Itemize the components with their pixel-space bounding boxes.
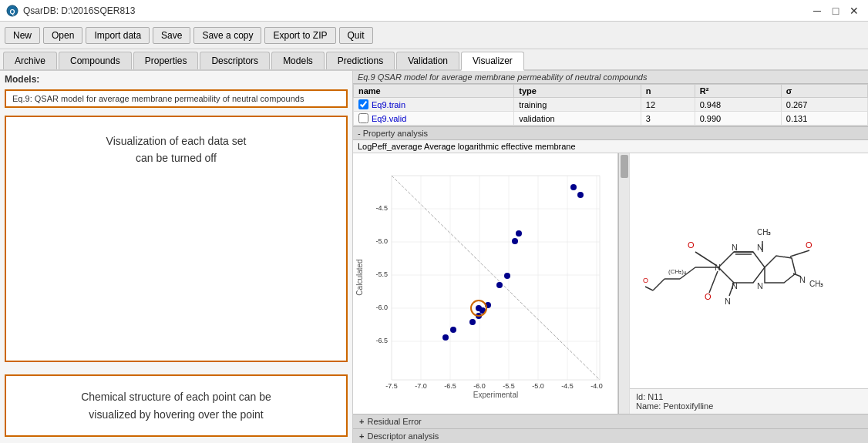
toolbar: New Open Import data Save Save a copy Ex…	[0, 22, 868, 49]
tooltip-visualization: Visualization of each data set can be tu…	[5, 116, 348, 362]
col-r2: R²	[695, 85, 781, 98]
svg-text:-6.0: -6.0	[375, 304, 388, 311]
row2-checkbox[interactable]	[358, 113, 368, 123]
minimize-button[interactable]: ─	[809, 3, 825, 18]
svg-text:-4.5: -4.5	[561, 382, 574, 390]
descriptor-analysis-label: Descriptor analysis	[367, 431, 439, 441]
save-button[interactable]: Save	[153, 27, 190, 44]
row1-name-link[interactable]: Eq9.train	[372, 100, 405, 109]
compound-name: Name: Pentoxifylline	[636, 401, 862, 411]
col-sigma: σ	[781, 85, 867, 98]
svg-text:O: O	[643, 277, 648, 284]
svg-point-35	[504, 273, 510, 279]
svg-text:CH₃: CH₃	[809, 280, 823, 288]
row1-name[interactable]: Eq9.train	[354, 98, 514, 112]
table-title: Eq.9 QSAR model for average membrane per…	[358, 72, 647, 82]
descriptor-analysis-section[interactable]: + Descriptor analysis	[353, 428, 868, 443]
row2-n: 3	[641, 112, 695, 126]
tab-bar: Archive Compounds Properties Descriptors…	[0, 49, 868, 71]
tab-validation[interactable]: Validation	[396, 52, 459, 69]
property-analysis-label: -	[358, 129, 363, 138]
row2-name[interactable]: Eq9.valid	[354, 112, 514, 126]
plus-icon: +	[359, 417, 364, 426]
title-bar: Q QsarDB: D:\2016SQER813 ─ □ ✕	[0, 0, 868, 22]
plus-icon2: +	[359, 431, 364, 441]
svg-text:-4.0: -4.0	[590, 382, 603, 390]
svg-text:Calculated: Calculated	[355, 259, 364, 295]
models-label: Models:	[0, 71, 352, 88]
tab-visualizer[interactable]: Visualizer	[461, 52, 524, 71]
svg-text:N: N	[732, 243, 738, 252]
svg-text:N: N	[757, 281, 763, 290]
svg-point-41	[476, 305, 482, 311]
svg-text:-4.5: -4.5	[375, 204, 388, 212]
chemical-structure-svg: N N N N N O O O	[641, 190, 857, 352]
svg-line-55	[695, 252, 717, 266]
residual-error-section[interactable]: + Residual Error	[353, 414, 868, 428]
maximize-button[interactable]: □	[828, 3, 843, 18]
svg-line-57	[790, 250, 809, 257]
title-text: QsarDB: D:\2016SQER813	[23, 5, 135, 16]
svg-text:O: O	[806, 240, 812, 250]
svg-point-36	[496, 282, 503, 288]
svg-point-33	[516, 230, 522, 237]
row1-type: training	[514, 98, 641, 112]
export-zip-button[interactable]: Export to ZIP	[264, 27, 335, 44]
svg-text:-6.5: -6.5	[375, 337, 388, 344]
left-panel: Models: Eq.9: QSAR model for average mem…	[0, 71, 353, 443]
tab-archive[interactable]: Archive	[3, 52, 57, 69]
svg-text:N: N	[725, 297, 731, 306]
scrollbar-thumb[interactable]	[621, 155, 628, 178]
residual-error-label: Residual Error	[367, 417, 421, 426]
svg-text:-7.0: -7.0	[415, 382, 427, 390]
svg-text:Q: Q	[9, 8, 15, 15]
tab-predictions[interactable]: Predictions	[326, 52, 395, 69]
svg-marker-45	[718, 252, 765, 283]
svg-text:Experimental: Experimental	[473, 391, 518, 399]
svg-text:-5.5: -5.5	[503, 382, 515, 390]
table-header-row: Eq.9 QSAR model for average membrane per…	[353, 71, 868, 84]
row1-checkbox[interactable]	[358, 99, 368, 109]
import-data-button[interactable]: Import data	[86, 27, 150, 44]
new-button[interactable]: New	[5, 27, 40, 44]
table-row: Eq9.valid validation 3 0.990 0.131	[354, 112, 868, 126]
tooltip-viz-line2: can be turned off	[136, 152, 217, 164]
tab-models[interactable]: Models	[271, 52, 325, 69]
svg-line-71	[645, 287, 653, 290]
tab-descriptors[interactable]: Descriptors	[200, 52, 270, 69]
compound-id: Id: N11	[636, 392, 862, 401]
svg-point-31	[570, 184, 577, 190]
svg-text:CH₃: CH₃	[757, 228, 771, 237]
svg-point-32	[577, 192, 584, 198]
compound-info: Id: N11 Name: Pentoxifylline	[630, 388, 868, 414]
close-button[interactable]: ✕	[846, 3, 862, 18]
property-description: LogPeff_average Average logarithmic effe…	[353, 140, 868, 153]
qsar-icon: Q	[6, 5, 19, 17]
scatter-chart: Calculated -4.5 -5.0 -5.5 -6.0 -6.5 -7.5…	[353, 153, 607, 414]
title-controls: ─ □ ✕	[809, 3, 862, 18]
scrollbar[interactable]	[618, 153, 629, 414]
data-table: name type n R² σ Eq9.train	[353, 84, 868, 126]
title-bar-left: Q QsarDB: D:\2016SQER813	[6, 5, 135, 17]
row2-name-link[interactable]: Eq9.valid	[372, 114, 406, 123]
save-copy-button[interactable]: Save a copy	[193, 27, 261, 44]
tooltip-struct-line2: visualized by hovering over the point	[89, 408, 263, 421]
svg-text:-6.0: -6.0	[473, 382, 486, 390]
svg-point-43	[450, 327, 456, 333]
open-button[interactable]: Open	[43, 27, 82, 44]
row1-r2: 0.948	[695, 98, 781, 112]
col-type: type	[514, 85, 641, 98]
svg-text:(CH₂)₄: (CH₂)₄	[668, 268, 686, 275]
tooltip-viz-line1: Visualization of each data set	[106, 135, 247, 147]
quit-button[interactable]: Quit	[339, 27, 373, 44]
svg-text:O: O	[705, 292, 712, 301]
svg-point-44	[442, 334, 449, 341]
svg-line-70	[653, 279, 664, 290]
col-name: name	[354, 85, 514, 98]
tab-compounds[interactable]: Compounds	[59, 52, 132, 69]
tooltip-struct-line1: Chemical structure of each point can be	[81, 391, 271, 403]
model-item[interactable]: Eq.9: QSAR model for average membrane pe…	[5, 89, 348, 108]
tab-properties[interactable]: Properties	[133, 52, 199, 69]
table-row: Eq9.train training 12 0.948 0.267	[354, 98, 868, 112]
right-panel: Eq.9 QSAR model for average membrane per…	[353, 71, 868, 443]
